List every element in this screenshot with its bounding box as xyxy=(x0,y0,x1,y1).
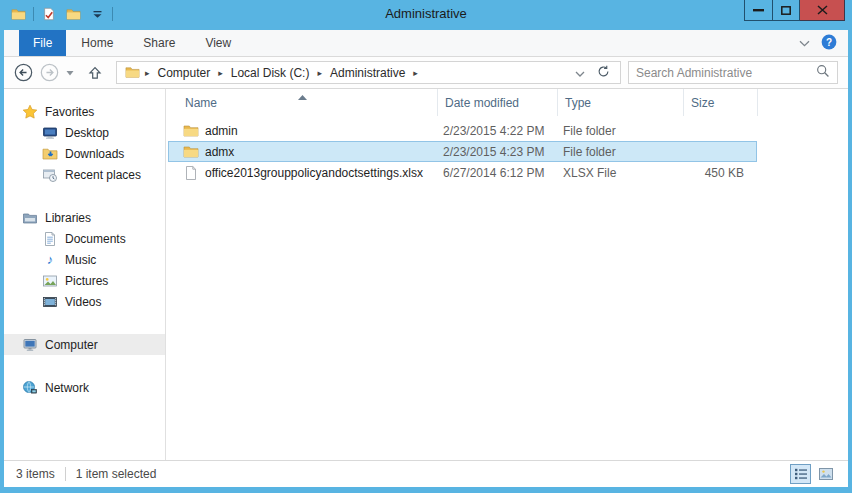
folder-icon xyxy=(183,144,199,160)
sidebar-label: Computer xyxy=(45,338,98,352)
recent-locations-chevron-icon[interactable] xyxy=(66,70,74,76)
file-row-admin[interactable]: admin 2/23/2015 4:22 PM File folder xyxy=(168,120,757,141)
generic-file-icon xyxy=(183,165,199,181)
file-name: admx xyxy=(205,145,234,159)
column-header-type[interactable]: Type xyxy=(558,89,684,116)
sidebar-item-desktop[interactable]: Desktop xyxy=(4,122,165,143)
music-icon: ♪ xyxy=(42,252,58,268)
sidebar-label: Libraries xyxy=(45,211,91,225)
explorer-window: Administrative File Home Share View xyxy=(0,0,852,493)
computer-icon xyxy=(22,337,38,353)
refresh-icon[interactable] xyxy=(597,65,610,81)
breadcrumb-item-administrative[interactable]: Administrative xyxy=(327,66,408,80)
downloads-icon xyxy=(42,146,58,162)
sidebar-label: Documents xyxy=(65,232,126,246)
breadcrumb-separator-icon: ▸ xyxy=(215,68,226,78)
pictures-icon xyxy=(42,273,58,289)
file-type: File folder xyxy=(557,145,683,159)
file-type: XLSX File xyxy=(557,166,683,180)
file-list-pane: Name Date modified Type Size admin 2/23/… xyxy=(166,89,848,460)
file-name: office2013grouppolicyandoctsettings.xlsx xyxy=(205,166,423,180)
sidebar-item-network[interactable]: Network xyxy=(4,377,165,398)
breadcrumb-item-computer[interactable]: Computer xyxy=(155,66,214,80)
details-view-button[interactable] xyxy=(790,464,811,484)
sidebar-label: Network xyxy=(45,381,89,395)
sidebar-label: Recent places xyxy=(65,168,141,182)
forward-button[interactable] xyxy=(40,63,59,82)
sidebar-item-recent-places[interactable]: Recent places xyxy=(4,164,165,185)
column-header-size[interactable]: Size xyxy=(684,89,758,116)
items-count: 3 items xyxy=(16,467,55,481)
libraries-icon xyxy=(22,210,38,226)
tab-share[interactable]: Share xyxy=(128,30,190,56)
navigation-pane: Favorites Desktop Downloads xyxy=(4,89,166,460)
selection-count: 1 item selected xyxy=(76,467,157,481)
sidebar-label: Music xyxy=(65,253,96,267)
file-size: 450 KB xyxy=(683,166,756,180)
large-icons-view-button[interactable] xyxy=(815,464,836,484)
videos-icon xyxy=(42,294,58,310)
main-area: Favorites Desktop Downloads xyxy=(4,89,848,460)
breadcrumb-separator-icon: ▸ xyxy=(314,68,325,78)
column-header-date-modified[interactable]: Date modified xyxy=(438,89,558,116)
ribbon-tab-bar: File Home Share View ? xyxy=(4,30,848,57)
address-bar-row: ▸ Computer ▸ Local Disk (C:) ▸ Administr… xyxy=(4,57,848,89)
file-rows: admin 2/23/2015 4:22 PM File folder admx xyxy=(166,116,848,183)
sidebar-item-favorites[interactable]: Favorites xyxy=(4,101,165,122)
file-type: File folder xyxy=(557,124,683,138)
minimize-button[interactable] xyxy=(744,0,773,21)
address-history-chevron-icon[interactable] xyxy=(575,66,585,80)
file-date: 2/23/2015 4:22 PM xyxy=(437,124,557,138)
tab-file[interactable]: File xyxy=(19,30,66,56)
sidebar-item-libraries[interactable]: Libraries xyxy=(4,207,165,228)
window-title: Administrative xyxy=(0,6,852,21)
sidebar-item-documents[interactable]: Documents xyxy=(4,228,165,249)
up-button[interactable] xyxy=(87,65,103,81)
file-date: 6/27/2014 6:12 PM xyxy=(437,166,557,180)
file-row-admx[interactable]: admx 2/23/2015 4:23 PM File folder xyxy=(168,141,757,162)
breadcrumb-separator-icon: ▸ xyxy=(142,68,153,78)
sidebar-item-videos[interactable]: Videos xyxy=(4,291,165,312)
status-separator xyxy=(65,467,66,481)
desktop-icon xyxy=(42,125,58,141)
file-date: 2/23/2015 4:23 PM xyxy=(437,145,557,159)
close-button[interactable] xyxy=(800,0,845,21)
sidebar-item-music[interactable]: ♪ Music xyxy=(4,249,165,270)
sidebar-label: Videos xyxy=(65,295,101,309)
window-body: File Home Share View ? xyxy=(4,30,848,487)
search-box xyxy=(628,61,838,84)
address-folder-icon xyxy=(124,65,140,81)
sidebar-item-downloads[interactable]: Downloads xyxy=(4,143,165,164)
network-icon xyxy=(22,380,38,396)
breadcrumb[interactable]: ▸ Computer ▸ Local Disk (C:) ▸ Administr… xyxy=(116,61,621,84)
sort-ascending-icon xyxy=(298,89,307,103)
sidebar-item-computer[interactable]: Computer xyxy=(4,334,165,355)
window-controls xyxy=(744,0,845,21)
sidebar-item-pictures[interactable]: Pictures xyxy=(4,270,165,291)
recent-places-icon xyxy=(42,167,58,183)
star-icon xyxy=(22,104,38,120)
help-icon[interactable]: ? xyxy=(821,34,837,53)
column-headers: Name Date modified Type Size xyxy=(166,89,848,116)
file-name: admin xyxy=(205,124,238,138)
breadcrumb-separator-icon: ▸ xyxy=(410,68,421,78)
back-button[interactable] xyxy=(14,63,33,82)
sidebar-label: Desktop xyxy=(65,126,109,140)
file-row-xlsx[interactable]: office2013grouppolicyandoctsettings.xlsx… xyxy=(168,162,757,183)
status-bar: 3 items 1 item selected xyxy=(4,460,848,487)
sidebar-label: Pictures xyxy=(65,274,108,288)
svg-text:?: ? xyxy=(826,36,832,47)
maximize-button[interactable] xyxy=(773,0,800,21)
sidebar-label: Favorites xyxy=(45,105,94,119)
sidebar-label: Downloads xyxy=(65,147,124,161)
search-input[interactable] xyxy=(636,66,812,80)
tab-home[interactable]: Home xyxy=(66,30,128,56)
breadcrumb-item-local-disk[interactable]: Local Disk (C:) xyxy=(228,66,313,80)
expand-ribbon-chevron-icon[interactable] xyxy=(799,36,810,50)
title-bar: Administrative xyxy=(0,0,852,30)
search-icon[interactable] xyxy=(816,64,830,81)
documents-icon xyxy=(42,231,58,247)
folder-icon xyxy=(183,123,199,139)
tab-view[interactable]: View xyxy=(190,30,246,56)
